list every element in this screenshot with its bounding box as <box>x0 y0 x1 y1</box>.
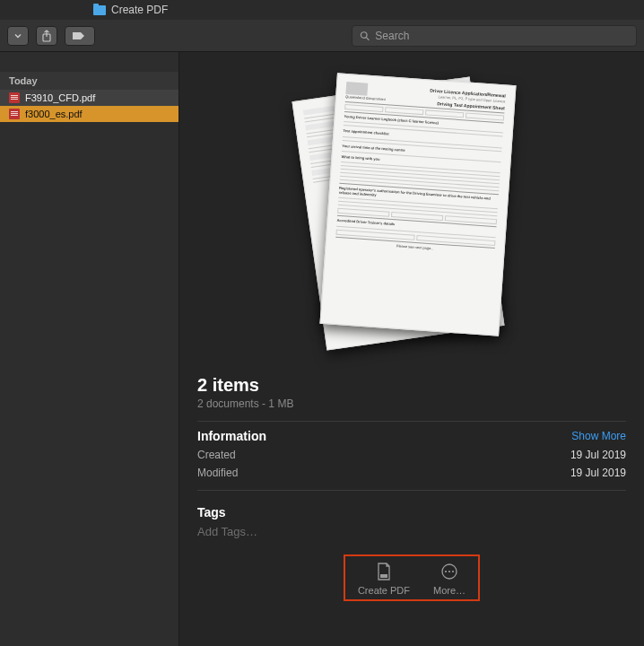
divider <box>197 490 626 491</box>
divider <box>197 421 626 422</box>
info-row-modified: Modified 19 Jul 2019 <box>197 461 626 479</box>
document-thumbnail-front: Queensland Government Driver Licence App… <box>319 73 516 336</box>
svg-rect-3 <box>380 574 387 578</box>
more-label: More… <box>433 585 466 596</box>
file-list-sidebar: Today F3910_CFD.pdf f3000_es.pdf <box>0 52 179 646</box>
search-input[interactable] <box>375 30 629 42</box>
preview-panel: Queensland Government Driver Licence App… <box>179 52 644 646</box>
info-label: Modified <box>197 467 238 479</box>
info-header: Information <box>197 429 266 443</box>
svg-line-2 <box>367 37 370 39</box>
file-name: f3000_es.pdf <box>25 109 83 119</box>
svg-point-5 <box>445 571 447 572</box>
create-pdf-button[interactable]: Create PDF <box>358 562 410 596</box>
window-title: Create PDF <box>111 4 168 16</box>
svg-point-6 <box>448 571 450 572</box>
tags-button[interactable] <box>65 26 95 46</box>
add-tags-field[interactable]: Add Tags… <box>197 525 626 538</box>
document-stack[interactable]: Queensland Government Driver Licence App… <box>309 79 515 348</box>
folder-icon <box>93 5 106 15</box>
window-titlebar: Create PDF <box>0 0 644 20</box>
file-row[interactable]: f3000_es.pdf <box>0 106 178 122</box>
back-button[interactable] <box>7 26 29 46</box>
create-pdf-icon <box>374 562 394 581</box>
show-more-button[interactable]: Show More <box>571 430 626 442</box>
svg-point-1 <box>361 31 367 38</box>
info-label: Created <box>197 449 236 461</box>
pdf-icon <box>9 109 20 119</box>
info-value: 19 Jul 2019 <box>570 467 626 479</box>
file-name: F3910_CFD.pdf <box>25 92 95 103</box>
share-button[interactable] <box>36 26 57 46</box>
tags-header: Tags <box>197 505 626 519</box>
summary: 2 items 2 documents - 1 MB Information S… <box>197 366 626 601</box>
items-sub: 2 documents - 1 MB <box>197 397 626 410</box>
more-button[interactable]: More… <box>433 562 466 596</box>
search-field[interactable] <box>352 25 637 47</box>
more-icon <box>439 562 459 581</box>
svg-point-7 <box>452 571 454 572</box>
items-count: 2 items <box>197 375 626 396</box>
pdf-icon <box>9 92 20 103</box>
info-row-created: Created 19 Jul 2019 <box>197 443 626 461</box>
info-value: 19 Jul 2019 <box>570 449 626 461</box>
actions-highlight-box: Create PDF More… <box>344 554 480 601</box>
search-icon <box>360 31 370 41</box>
file-row[interactable]: F3910_CFD.pdf <box>0 90 178 106</box>
section-header-today: Today <box>0 72 178 90</box>
toolbar <box>0 20 644 52</box>
thumbnail-area: Queensland Government Driver Licence App… <box>197 61 626 366</box>
create-pdf-label: Create PDF <box>358 585 410 596</box>
